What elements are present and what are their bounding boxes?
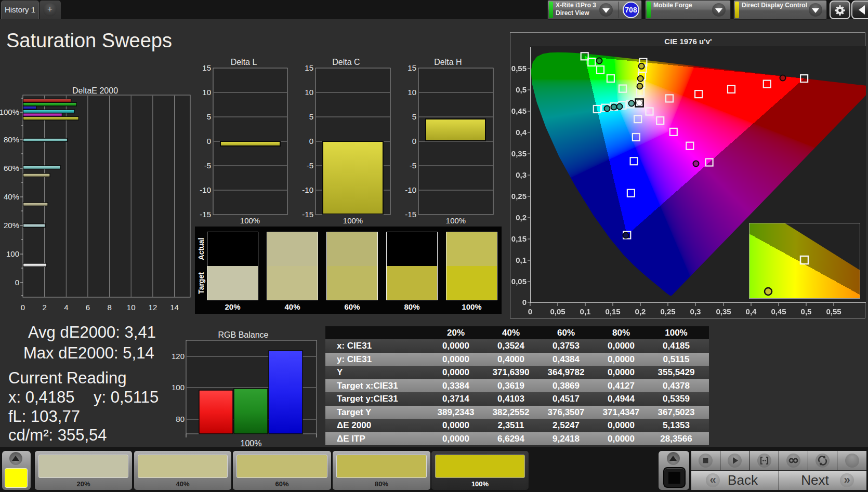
svg-text:0,5: 0,5: [801, 307, 812, 316]
svg-text:10: 10: [407, 88, 416, 97]
svg-text:0,2: 0,2: [635, 307, 646, 316]
svg-text:0: 0: [15, 278, 19, 287]
svg-text:RGB Balance: RGB Balance: [218, 330, 269, 339]
svg-text:-10: -10: [302, 185, 313, 194]
svg-text:0,2: 0,2: [516, 213, 527, 222]
svg-text:10: 10: [202, 88, 211, 97]
svg-text:2: 2: [42, 303, 46, 312]
svg-text:100%: 100%: [240, 216, 260, 225]
svg-text:14: 14: [170, 303, 179, 312]
svg-text:-5: -5: [410, 161, 416, 170]
svg-text:10: 10: [127, 303, 136, 312]
svg-text:-15: -15: [200, 210, 211, 219]
svg-text:6: 6: [86, 303, 90, 312]
svg-text:0,25: 0,25: [511, 192, 527, 201]
svg-text:0,55: 0,55: [511, 64, 527, 73]
svg-text:0,1: 0,1: [516, 256, 527, 264]
svg-text:Target: Target: [197, 272, 205, 294]
svg-text:0,35: 0,35: [511, 149, 527, 158]
svg-text:-10: -10: [200, 185, 211, 194]
svg-text:0: 0: [207, 137, 211, 145]
svg-text:0,35: 0,35: [716, 307, 731, 316]
svg-text:0,05: 0,05: [550, 307, 565, 316]
svg-text:0: 0: [528, 307, 532, 316]
svg-text:0,15: 0,15: [605, 307, 620, 316]
svg-text:Actual: Actual: [197, 238, 205, 260]
svg-text:15: 15: [407, 63, 416, 72]
svg-text:0,05: 0,05: [511, 277, 527, 286]
svg-text:Delta H: Delta H: [434, 58, 462, 67]
svg-text:100%: 100%: [343, 216, 363, 225]
svg-text:120: 120: [172, 352, 185, 361]
svg-text:DeltaE 2000: DeltaE 2000: [72, 86, 118, 95]
svg-text:40%: 40%: [4, 192, 19, 201]
svg-text:100: 100: [6, 249, 19, 258]
svg-text:0: 0: [21, 303, 25, 312]
svg-text:0,4: 0,4: [516, 128, 527, 137]
svg-text:80: 80: [176, 415, 185, 423]
svg-text:0,55: 0,55: [826, 307, 841, 316]
svg-text:Delta L: Delta L: [231, 58, 257, 67]
svg-text:5: 5: [309, 112, 313, 121]
svg-text:0,5: 0,5: [516, 85, 527, 94]
svg-text:0,15: 0,15: [511, 234, 527, 243]
svg-text:15: 15: [305, 63, 313, 72]
svg-text:-15: -15: [302, 210, 313, 219]
svg-text:-5: -5: [204, 161, 211, 170]
svg-text:8: 8: [107, 303, 111, 312]
svg-text:80%: 80%: [4, 135, 19, 144]
svg-text:60%: 60%: [4, 164, 19, 172]
svg-text:0,1: 0,1: [580, 307, 591, 316]
svg-text:0: 0: [522, 298, 527, 307]
svg-text:12: 12: [149, 303, 157, 312]
svg-text:10: 10: [305, 88, 313, 97]
svg-text:5: 5: [412, 112, 416, 121]
svg-text:-10: -10: [405, 185, 416, 194]
svg-text:5: 5: [207, 112, 211, 121]
svg-text:0,3: 0,3: [690, 307, 701, 316]
svg-text:-15: -15: [405, 210, 416, 219]
svg-text:0,4: 0,4: [746, 307, 757, 316]
svg-text:0: 0: [309, 137, 313, 145]
svg-text:0,25: 0,25: [660, 307, 675, 316]
svg-text:15: 15: [202, 63, 211, 72]
svg-text:100: 100: [172, 383, 185, 392]
svg-text:0,45: 0,45: [771, 307, 786, 316]
svg-text:100%: 100%: [446, 216, 466, 225]
svg-text:0,3: 0,3: [516, 170, 527, 179]
svg-text:-5: -5: [307, 161, 313, 170]
svg-text:0,45: 0,45: [511, 107, 527, 115]
svg-text:20%: 20%: [4, 221, 19, 230]
svg-text:Delta C: Delta C: [332, 58, 360, 67]
svg-text:0: 0: [412, 137, 416, 145]
svg-text:100%: 100%: [0, 108, 19, 116]
svg-text:4: 4: [64, 303, 68, 312]
